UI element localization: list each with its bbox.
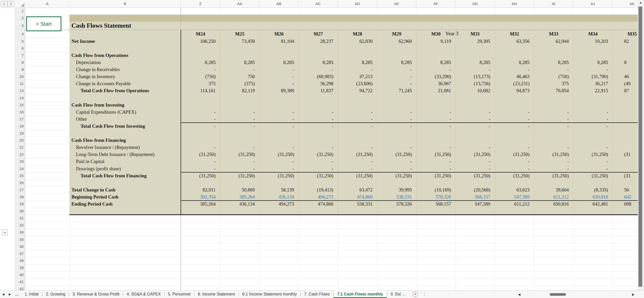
value-cell[interactable]: 474,860 [299, 201, 338, 208]
sheet-tab-2-growing[interactable]: 2. Growing [42, 290, 69, 298]
select-all-corner[interactable] [21, 3, 24, 7]
value-cell[interactable]: - [181, 66, 220, 73]
value-cell[interactable]: (31,250) [495, 151, 534, 158]
value-cell[interactable]: - [299, 158, 338, 165]
row-header-30[interactable]: 30 [15, 208, 24, 215]
outline-expand-button[interactable]: + [2, 229, 8, 235]
value-cell[interactable]: - [377, 116, 416, 123]
row-label[interactable]: Depreciation [69, 59, 181, 66]
value-cell[interactable]: 8,285 [573, 59, 613, 66]
value-cell[interactable]: 82,911 [181, 186, 220, 193]
value-cell[interactable]: 436,134 [259, 193, 299, 201]
sheet-tab-6-income-statement[interactable]: 6. Income Statement [194, 290, 238, 298]
row-label[interactable]: Paid in Capital [69, 158, 181, 165]
value-cell[interactable]: 21,081 [416, 87, 456, 94]
value-cell[interactable]: 494,273 [299, 193, 338, 201]
value-cell[interactable]: 8,285 [534, 59, 573, 66]
row-label[interactable]: Change in Accounts Payable [69, 80, 181, 87]
value-cell[interactable]: (31,250) [456, 151, 495, 158]
row-header-18[interactable]: 18 [15, 123, 24, 130]
value-cell[interactable]: 8,285 [181, 59, 220, 66]
row-header-19[interactable]: 19 [15, 130, 24, 137]
value-cell[interactable]: - [338, 66, 377, 73]
value-cell[interactable]: - [220, 109, 259, 116]
value-cell[interactable]: - [259, 109, 299, 116]
value-cell[interactable]: - [495, 123, 534, 130]
value-cell[interactable]: (31,250) [573, 151, 613, 158]
row-label[interactable]: Change in Receivables [69, 66, 181, 73]
start-button[interactable]: < Start [26, 16, 61, 31]
sheet-tab-6-1-income-statement-monthly[interactable]: 6.1 Income Statement monthly [239, 290, 300, 298]
value-cell[interactable]: - [220, 165, 259, 172]
value-cell[interactable]: - [299, 144, 338, 151]
value-cell[interactable]: 375 [181, 80, 220, 87]
row-label[interactable]: Total Change in Cash [69, 186, 181, 193]
column-header-AE[interactable]: AE [377, 0, 416, 7]
value-cell[interactable]: - [416, 144, 456, 151]
row-label[interactable]: Net Income [69, 38, 181, 45]
value-cell[interactable]: - [534, 144, 573, 151]
row-header-6[interactable]: 6 [15, 45, 24, 52]
value-cell[interactable]: (31,250) [259, 172, 299, 179]
row-header-35[interactable]: 35 [15, 236, 24, 243]
value-cell[interactable]: (31,250) [534, 172, 573, 179]
value-cell[interactable]: (375) [220, 80, 259, 87]
value-cell[interactable]: - [181, 165, 220, 172]
outline-level-2-button[interactable]: 2 [8, 1, 14, 6]
row-header-22[interactable]: 22 [15, 151, 24, 158]
row-label[interactable]: Revolver Issuance / (Repayment) [69, 144, 181, 151]
value-cell[interactable]: - [220, 158, 259, 165]
column-header-AA[interactable]: AA [220, 0, 259, 7]
value-cell[interactable]: - [338, 116, 377, 123]
value-cell[interactable]: - [377, 109, 416, 116]
value-cell[interactable]: - [534, 165, 573, 172]
value-cell[interactable]: (750) [534, 73, 573, 80]
value-cell[interactable]: 58,139 [259, 186, 299, 193]
row-label[interactable]: Other [69, 116, 181, 123]
row-label[interactable]: Long-Term Debt Issuance / (Repayment) [69, 151, 181, 158]
value-cell[interactable]: 8,285 [338, 59, 377, 66]
value-cell[interactable]: (20,568) [456, 186, 495, 193]
row-header-25[interactable]: 25 [15, 172, 24, 179]
value-cell[interactable]: - [259, 80, 299, 87]
value-cell[interactable]: 8,285 [416, 59, 456, 66]
sheet-tab-3-revenue-gross-profit[interactable]: 3. Revenue & Gross Profit [69, 290, 123, 298]
value-cell[interactable]: - [573, 165, 613, 172]
value-cell[interactable]: 47,213 [338, 73, 377, 80]
value-cell[interactable]: 474,860 [338, 193, 377, 201]
column-header-AC[interactable]: AC [299, 0, 338, 7]
value-cell[interactable]: (31,250) [338, 172, 377, 179]
value-cell[interactable]: 82,119 [220, 87, 259, 94]
month-header-M31[interactable]: M31 [456, 30, 495, 38]
value-cell[interactable]: - [259, 116, 299, 123]
value-cell[interactable]: - [181, 116, 220, 123]
row-header-21[interactable]: 21 [15, 144, 24, 151]
value-cell[interactable]: 385,264 [181, 201, 220, 208]
row-label[interactable]: Beginning Period Cash [69, 193, 181, 201]
row-header-40[interactable]: 40 [15, 271, 24, 278]
value-cell[interactable]: 547,589 [456, 201, 495, 208]
value-cell[interactable]: 22,915 [573, 87, 613, 94]
column-header-AG[interactable]: AG [456, 0, 495, 7]
value-cell[interactable]: - [573, 123, 613, 130]
row-header-10[interactable]: 10 [15, 73, 24, 80]
outline-level-1-button[interactable]: 1 [1, 1, 7, 6]
value-cell[interactable]: - [377, 66, 416, 73]
value-cell[interactable]: (31,250) [495, 172, 534, 179]
value-cell[interactable]: (31,250) [416, 172, 456, 179]
value-cell[interactable]: (31,250) [220, 151, 259, 158]
value-cell[interactable]: - [534, 109, 573, 116]
value-cell[interactable]: - [495, 158, 534, 165]
value-cell[interactable]: 650,816 [573, 193, 613, 201]
hscroll-right-arrow-icon[interactable]: ▶ [630, 290, 636, 298]
row-header-31[interactable]: 31 [15, 215, 24, 222]
value-cell[interactable]: - [573, 116, 613, 123]
value-cell[interactable]: 494,273 [259, 201, 299, 208]
value-cell[interactable]: 578,326 [377, 201, 416, 208]
value-cell[interactable]: 436,134 [220, 201, 259, 208]
value-cell[interactable]: 39,604 [534, 186, 573, 193]
value-cell[interactable]: - [377, 158, 416, 165]
value-cell[interactable]: 89,389 [259, 87, 299, 94]
value-cell[interactable]: 62,830 [338, 38, 377, 45]
tab-options-icon[interactable]: ⋮ [423, 292, 427, 296]
